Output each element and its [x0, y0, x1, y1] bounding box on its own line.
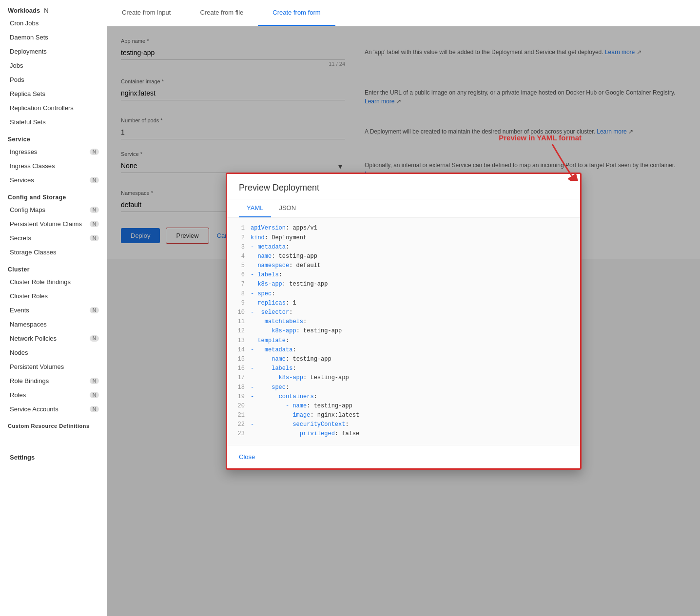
sidebar-item-role-bindings[interactable]: Role Bindings N: [0, 374, 107, 388]
sidebar-cluster-section: Cluster: [0, 259, 107, 275]
code-line: 5 namespace: default: [235, 261, 572, 270]
code-line: 11 matchLabels:: [235, 317, 572, 327]
code-line: 18- spec:: [235, 383, 572, 392]
preview-annotation-text: Preview in YAML format: [499, 134, 582, 142]
sidebar-item-cron-jobs[interactable]: Cron Jobs: [0, 16, 107, 30]
code-line: 19- containers:: [235, 392, 572, 402]
code-line: 13 template:: [235, 336, 572, 346]
code-line: 9 replicas: 1: [235, 299, 572, 308]
code-line: 1apiVersion: apps/v1: [235, 224, 572, 233]
sidebar-item-cluster-role-bindings[interactable]: Cluster Role Bindings: [0, 275, 107, 289]
preview-arrow-icon: [523, 142, 582, 181]
code-line: 20 - name: testing-app: [235, 402, 572, 411]
code-line: 2kind: Deployment: [235, 233, 572, 243]
code-line: 12 k8s-app: testing-app: [235, 327, 572, 336]
preview-deployment-modal: Preview Deployment YAML JSON 1apiVersion…: [226, 173, 582, 469]
sidebar-item-ingress-classes[interactable]: Ingress Classes: [0, 159, 107, 173]
sidebar-item-daemon-sets[interactable]: Daemon Sets: [0, 30, 107, 44]
sidebar-item-events[interactable]: Events N: [0, 303, 107, 317]
code-line: 8- spec:: [235, 289, 572, 299]
services-badge: N: [90, 177, 99, 183]
code-line: 7 k8s-app: testing-app: [235, 280, 572, 289]
tab-create-from-file[interactable]: Create from file: [185, 0, 258, 26]
ingresses-badge: N: [90, 149, 99, 155]
sidebar-item-network-policies[interactable]: Network Policies N: [0, 331, 107, 346]
sidebar-item-secrets[interactable]: Secrets N: [0, 231, 107, 245]
code-line: 16- labels:: [235, 364, 572, 373]
modal-tab-json[interactable]: JSON: [271, 199, 304, 217]
sidebar-workloads-header[interactable]: Workloads: [8, 7, 40, 14]
tab-create-from-form[interactable]: Create from form: [258, 0, 335, 26]
sidebar-item-service-accounts[interactable]: Service Accounts N: [0, 402, 107, 416]
sidebar-item-pods[interactable]: Pods: [0, 73, 107, 87]
code-line: 6- labels:: [235, 270, 572, 280]
sidebar-item-settings[interactable]: Settings: [0, 450, 107, 464]
preview-annotation-area: Preview in YAML format: [499, 134, 582, 182]
code-line: 3- metadata:: [235, 243, 572, 252]
code-line: 21 image: nginx:latest: [235, 411, 572, 420]
modal-wrapper: Preview in YAML format Preview Deploymen…: [226, 173, 582, 469]
sidebar-item-pvc[interactable]: Persistent Volume Claims N: [0, 217, 107, 231]
modal-backdrop: Preview in YAML format Preview Deploymen…: [107, 26, 700, 616]
code-line: 22- securityContext:: [235, 420, 572, 429]
code-line: 4 name: testing-app: [235, 252, 572, 261]
sidebar-item-stateful-sets[interactable]: Stateful Sets: [0, 115, 107, 129]
code-line: 10- selector:: [235, 308, 572, 317]
sidebar-item-deployments[interactable]: Deployments: [0, 44, 107, 58]
sidebar: Workloads N Cron Jobs Daemon Sets Deploy…: [0, 0, 107, 616]
sidebar-item-services[interactable]: Services N: [0, 173, 107, 187]
code-line: 15 name: testing-app: [235, 355, 572, 364]
yaml-code-area: 1apiVersion: apps/v1 2kind: Deployment 3…: [227, 218, 580, 444]
sidebar-item-namespaces[interactable]: Namespaces: [0, 317, 107, 331]
modal-tab-yaml[interactable]: YAML: [239, 199, 271, 217]
sidebar-item-cluster-roles[interactable]: Cluster Roles: [0, 289, 107, 303]
sidebar-item-jobs[interactable]: Jobs: [0, 58, 107, 73]
close-button[interactable]: Close: [239, 451, 255, 462]
sidebar-item-persistent-volumes[interactable]: Persistent Volumes: [0, 360, 107, 374]
main-content: Create from input Create from file Creat…: [107, 0, 700, 616]
form-area: App name * 11 / 24 An 'app' label with t…: [107, 26, 700, 616]
sidebar-item-config-maps[interactable]: Config Maps N: [0, 203, 107, 217]
code-line: 17 k8s-app: testing-app: [235, 373, 572, 383]
tab-bar: Create from input Create from file Creat…: [107, 0, 700, 26]
modal-body: 1apiVersion: apps/v1 2kind: Deployment 3…: [227, 218, 580, 444]
sidebar-config-section: Config and Storage: [0, 187, 107, 203]
sidebar-item-nodes[interactable]: Nodes: [0, 346, 107, 360]
sidebar-crd-section[interactable]: Custom Resource Definitions: [0, 416, 107, 431]
sidebar-item-replication-controllers[interactable]: Replication Controllers: [0, 101, 107, 115]
sidebar-service-section: Service: [0, 129, 107, 145]
code-line: 23 privileged: false: [235, 429, 572, 439]
sidebar-item-ingresses[interactable]: Ingresses N: [0, 145, 107, 159]
sidebar-item-roles[interactable]: Roles N: [0, 388, 107, 402]
sidebar-item-replica-sets[interactable]: Replica Sets: [0, 87, 107, 101]
code-line: 14- metadata:: [235, 346, 572, 355]
modal-tabs: YAML JSON: [227, 199, 580, 218]
modal-footer: Close: [227, 445, 580, 468]
sidebar-item-storage-classes[interactable]: Storage Classes: [0, 245, 107, 259]
workloads-badge: N: [44, 7, 48, 14]
tab-create-from-input[interactable]: Create from input: [107, 0, 185, 26]
